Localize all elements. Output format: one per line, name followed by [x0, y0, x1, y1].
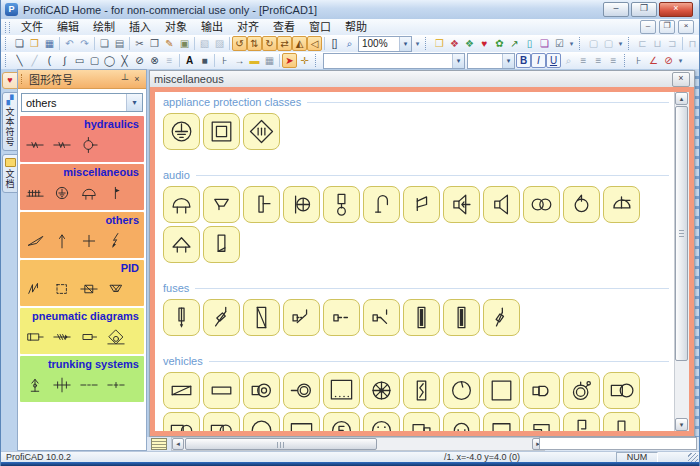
toolbar-grip[interactable] [579, 37, 583, 50]
symbol-veh-b1[interactable] [163, 412, 200, 431]
symbol-veh-circle-dots[interactable] [363, 412, 400, 431]
junction-tool-button[interactable]: ⊦ [217, 53, 232, 68]
flip-vertical-button[interactable]: ⇅ [247, 36, 262, 51]
symbol-headphones[interactable] [523, 186, 560, 223]
zoom-level-combo[interactable]: 100%▾ [358, 36, 412, 52]
draw-polygon-button[interactable]: ╳ [117, 53, 132, 68]
mdi-restore-button[interactable]: ❐ [659, 20, 675, 34]
category-trunking-systems[interactable]: trunking systems [20, 356, 144, 402]
draw-bezier-button[interactable]: ∫ [57, 53, 72, 68]
mdi-close-button[interactable]: × [678, 20, 694, 34]
sidebar-symbol-pump[interactable] [79, 135, 99, 159]
cut-button[interactable]: ✂ [132, 36, 147, 51]
symbol-veh-box-notch[interactable] [523, 412, 560, 431]
horizontal-scroll-thumb[interactable] [185, 438, 377, 450]
pin-icon[interactable]: ┴ [119, 74, 131, 84]
format-painter-button[interactable]: ✎ [162, 36, 177, 51]
symbol-fuse-switch[interactable] [363, 299, 400, 336]
pan-tool-button[interactable]: ✛ [297, 53, 312, 68]
symbol-fuse-release[interactable] [283, 299, 320, 336]
toolbar-grip[interactable] [5, 54, 9, 67]
document-title-bar[interactable]: miscellaneous × [150, 71, 694, 88]
symbol-veh-circle-f[interactable] [323, 412, 360, 431]
save-button[interactable]: ▦ [42, 36, 57, 51]
layers-button[interactable]: ❏ [537, 36, 552, 51]
paste-button[interactable]: ▣ [177, 36, 192, 51]
print-button[interactable]: ▤ [112, 36, 127, 51]
symbol-plate-hook[interactable] [203, 226, 240, 263]
symbol-class2-square[interactable] [203, 113, 240, 150]
symbol-veh-bullet[interactable] [523, 372, 560, 409]
scroll-left-icon[interactable]: ◂ [172, 438, 184, 450]
category-hydraulics[interactable]: hydraulics [20, 116, 144, 162]
vertical-scrollbar[interactable]: ▴ ▾ [674, 92, 689, 431]
align-left-button[interactable]: ⊏ [635, 36, 650, 51]
mdi-minimize-button[interactable]: – [640, 20, 656, 34]
sidebar-symbol-fence[interactable] [25, 183, 45, 207]
mirror-horizontal-button[interactable]: ◁ [307, 36, 322, 51]
align-top-button[interactable]: ⊓ [685, 36, 700, 51]
sidebar-symbol-angle-arrow[interactable] [25, 231, 45, 255]
options-button[interactable]: ☑ [552, 36, 567, 51]
symbol-receiver[interactable] [363, 186, 400, 223]
resize-grip[interactable] [688, 453, 698, 462]
symbol-fuse-switch-sm[interactable] [203, 299, 240, 336]
select-mode-1-button[interactable]: ▢ [586, 36, 601, 51]
draw-circle-slash-button[interactable]: ⊘ [132, 53, 147, 68]
undo-button[interactable]: ↶ [62, 36, 77, 51]
favorites-button[interactable]: ♥ [477, 36, 492, 51]
print-preview-button[interactable]: ❏ [97, 36, 112, 51]
symbol-veh-gauge[interactable] [443, 372, 480, 409]
sidebar-symbol-earth-circle[interactable] [52, 183, 72, 207]
scroll-up-icon[interactable]: ▴ [675, 92, 688, 105]
sidebar-symbol-zigzag[interactable] [25, 279, 45, 303]
sidebar-symbol-hose[interactable] [52, 135, 72, 159]
rotate-left-button[interactable]: ↺ [232, 36, 247, 51]
category-miscellaneous[interactable]: miscellaneous [20, 164, 144, 210]
menu-item-7[interactable]: 查看 [266, 20, 302, 35]
text-tool-button[interactable]: A [182, 53, 197, 68]
symbol-veh-square[interactable] [483, 372, 520, 409]
symbol-horn-small[interactable] [403, 186, 440, 223]
symbol-veh-bracket[interactable] [563, 412, 600, 431]
sidebar-symbol-dome[interactable] [79, 183, 99, 207]
toolbar-grip[interactable] [628, 37, 632, 50]
export-button[interactable]: ↗ [507, 36, 522, 51]
panel-teal-button[interactable]: ▯ [522, 36, 537, 51]
menu-item-5[interactable]: 输出 [194, 20, 230, 35]
sidebar-symbol-diamond-circle[interactable] [106, 327, 126, 351]
underline-button[interactable]: U [546, 53, 561, 68]
sidebar-symbol-dash-line[interactable] [79, 375, 99, 399]
sidebar-tab-documents[interactable]: 文档 [2, 154, 18, 193]
open-button[interactable]: ❒ [27, 36, 42, 51]
redo-button[interactable]: ↷ [77, 36, 92, 51]
symbol-veh-circle-sm[interactable] [443, 412, 480, 431]
sidebar-symbol-flag[interactable] [106, 183, 126, 207]
symbol-microphone[interactable] [283, 186, 320, 223]
para-align-center-button[interactable]: ≡ [591, 53, 606, 68]
sidebar-symbol-cross[interactable] [79, 231, 99, 255]
toolbar-overflow-chevron-icon[interactable]: ▾ [676, 57, 685, 65]
toolbar-grip[interactable] [5, 37, 9, 50]
sidebar-symbol-lightning[interactable] [106, 231, 126, 255]
sidebar-symbol-pole[interactable] [25, 375, 45, 399]
copy-button[interactable]: ❐ [147, 36, 162, 51]
symbol-fuse-diagonal[interactable] [243, 299, 280, 336]
symbol-veh-stopwatch[interactable] [563, 372, 600, 409]
sidebar-symbol-valve[interactable] [79, 279, 99, 303]
symbol-veh-box-s[interactable] [403, 372, 440, 409]
chevron-down-icon[interactable]: ▾ [452, 54, 464, 68]
symbol-tent-antenna[interactable] [163, 226, 200, 263]
symbol-horn[interactable] [203, 186, 240, 223]
menu-item-2[interactable]: 绘制 [86, 20, 122, 35]
symbol-veh-box-circle[interactable] [603, 372, 640, 409]
symbol-veh-box-tab[interactable] [403, 412, 440, 431]
zoom-lens-button[interactable]: ⌕ [342, 36, 357, 51]
rotate-right-button[interactable]: ↻ [262, 36, 277, 51]
symbol-veh-b2[interactable] [203, 412, 240, 431]
draw-circle-cross-button[interactable]: ⊗ [147, 53, 162, 68]
para-align-right-button[interactable]: ≡ [606, 53, 621, 68]
draw-polyline-button[interactable]: ╱ [27, 53, 42, 68]
document-close-icon[interactable]: × [672, 72, 690, 87]
chevron-down-icon[interactable]: ▾ [399, 37, 411, 51]
